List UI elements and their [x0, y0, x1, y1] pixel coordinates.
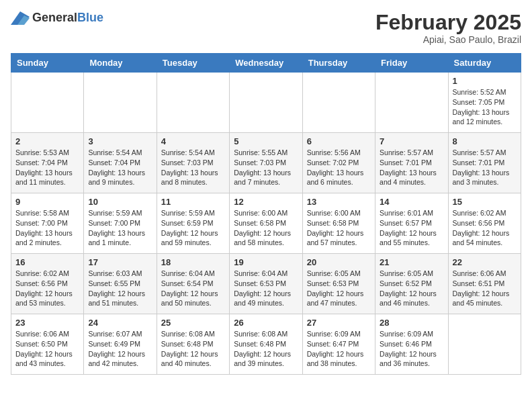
calendar-cell: 28Sunrise: 6:09 AM Sunset: 6:46 PM Dayli…: [375, 314, 448, 375]
day-info: Sunrise: 6:07 AM Sunset: 6:49 PM Dayligh…: [88, 329, 152, 369]
calendar-cell: 23Sunrise: 6:06 AM Sunset: 6:50 PM Dayli…: [11, 314, 84, 375]
day-number: 3: [88, 136, 152, 146]
day-number: 16: [15, 257, 79, 267]
calendar-cell: 6Sunrise: 5:56 AM Sunset: 7:02 PM Daylig…: [302, 133, 375, 193]
calendar-cell: 5Sunrise: 5:55 AM Sunset: 7:03 PM Daylig…: [230, 133, 302, 193]
weekday-header-monday: Monday: [84, 54, 157, 73]
day-info: Sunrise: 5:54 AM Sunset: 7:04 PM Dayligh…: [88, 148, 152, 187]
calendar-cell: 19Sunrise: 6:04 AM Sunset: 6:53 PM Dayli…: [230, 254, 302, 314]
day-info: Sunrise: 6:01 AM Sunset: 6:57 PM Dayligh…: [380, 208, 443, 248]
logo-general: General: [32, 11, 77, 24]
calendar-week-row: 23Sunrise: 6:06 AM Sunset: 6:50 PM Dayli…: [11, 314, 521, 375]
calendar-table: SundayMondayTuesdayWednesdayThursdayFrid…: [11, 53, 521, 375]
day-info: Sunrise: 6:03 AM Sunset: 6:55 PM Dayligh…: [88, 269, 152, 308]
calendar-cell: [230, 73, 302, 133]
calendar-cell: [84, 73, 157, 133]
day-info: Sunrise: 5:56 AM Sunset: 7:02 PM Dayligh…: [307, 148, 371, 187]
day-number: 21: [380, 257, 443, 267]
calendar-cell: 9Sunrise: 5:58 AM Sunset: 7:00 PM Daylig…: [11, 193, 84, 254]
calendar-cell: 10Sunrise: 5:59 AM Sunset: 7:00 PM Dayli…: [84, 193, 157, 254]
calendar-cell: 8Sunrise: 5:57 AM Sunset: 7:01 PM Daylig…: [448, 133, 521, 193]
day-number: 15: [453, 197, 517, 207]
day-info: Sunrise: 6:00 AM Sunset: 6:58 PM Dayligh…: [307, 208, 371, 248]
calendar-cell: [11, 73, 84, 133]
day-number: 22: [453, 257, 517, 267]
day-number: 17: [88, 257, 152, 267]
day-info: Sunrise: 5:57 AM Sunset: 7:01 PM Dayligh…: [380, 148, 443, 187]
day-number: 10: [88, 197, 152, 207]
day-number: 13: [307, 197, 371, 207]
calendar-cell: 17Sunrise: 6:03 AM Sunset: 6:55 PM Dayli…: [84, 254, 157, 314]
day-info: Sunrise: 5:59 AM Sunset: 7:00 PM Dayligh…: [88, 208, 152, 248]
day-number: 24: [88, 318, 152, 328]
weekday-header-thursday: Thursday: [302, 54, 375, 73]
page-header: GeneralBlue February 2025 Apiai, Sao Pau…: [11, 11, 521, 45]
day-number: 2: [15, 136, 79, 146]
day-info: Sunrise: 6:06 AM Sunset: 6:50 PM Dayligh…: [15, 329, 79, 369]
calendar-cell: [157, 73, 229, 133]
calendar-cell: 2Sunrise: 5:53 AM Sunset: 7:04 PM Daylig…: [11, 133, 84, 193]
day-info: Sunrise: 5:55 AM Sunset: 7:03 PM Dayligh…: [234, 148, 298, 187]
weekday-header-wednesday: Wednesday: [230, 54, 302, 73]
day-number: 25: [161, 318, 225, 328]
calendar-cell: 16Sunrise: 6:02 AM Sunset: 6:56 PM Dayli…: [11, 254, 84, 314]
calendar-cell: 27Sunrise: 6:09 AM Sunset: 6:47 PM Dayli…: [302, 314, 375, 375]
calendar-cell: 24Sunrise: 6:07 AM Sunset: 6:49 PM Dayli…: [84, 314, 157, 375]
calendar-week-row: 9Sunrise: 5:58 AM Sunset: 7:00 PM Daylig…: [11, 193, 521, 254]
calendar-week-row: 2Sunrise: 5:53 AM Sunset: 7:04 PM Daylig…: [11, 133, 521, 193]
day-number: 26: [234, 318, 298, 328]
location-subtitle: Apiai, Sao Paulo, Brazil: [375, 34, 521, 45]
calendar-cell: [448, 314, 521, 375]
day-info: Sunrise: 5:59 AM Sunset: 6:59 PM Dayligh…: [161, 208, 225, 248]
calendar-cell: 18Sunrise: 6:04 AM Sunset: 6:54 PM Dayli…: [157, 254, 229, 314]
calendar-cell: 26Sunrise: 6:08 AM Sunset: 6:48 PM Dayli…: [230, 314, 302, 375]
day-number: 14: [380, 197, 443, 207]
day-info: Sunrise: 6:02 AM Sunset: 6:56 PM Dayligh…: [15, 269, 79, 308]
day-info: Sunrise: 5:58 AM Sunset: 7:00 PM Dayligh…: [15, 208, 79, 248]
weekday-header-saturday: Saturday: [448, 54, 521, 73]
day-number: 5: [234, 136, 298, 146]
weekday-header-sunday: Sunday: [11, 54, 84, 73]
day-number: 11: [161, 197, 225, 207]
calendar-cell: 14Sunrise: 6:01 AM Sunset: 6:57 PM Dayli…: [375, 193, 448, 254]
calendar-cell: 4Sunrise: 5:54 AM Sunset: 7:03 PM Daylig…: [157, 133, 229, 193]
day-info: Sunrise: 6:05 AM Sunset: 6:52 PM Dayligh…: [380, 269, 443, 308]
day-info: Sunrise: 5:52 AM Sunset: 7:05 PM Dayligh…: [453, 87, 517, 127]
calendar-cell: [302, 73, 375, 133]
day-info: Sunrise: 5:57 AM Sunset: 7:01 PM Dayligh…: [453, 148, 517, 187]
day-info: Sunrise: 6:04 AM Sunset: 6:54 PM Dayligh…: [161, 269, 225, 308]
day-number: 28: [380, 318, 443, 328]
calendar-week-row: 1Sunrise: 5:52 AM Sunset: 7:05 PM Daylig…: [11, 73, 521, 133]
calendar-cell: [375, 73, 448, 133]
logo-icon: [11, 11, 30, 25]
day-info: Sunrise: 5:54 AM Sunset: 7:03 PM Dayligh…: [161, 148, 225, 187]
day-info: Sunrise: 6:08 AM Sunset: 6:48 PM Dayligh…: [161, 329, 225, 369]
weekday-header-friday: Friday: [375, 54, 448, 73]
day-info: Sunrise: 6:09 AM Sunset: 6:47 PM Dayligh…: [307, 329, 371, 369]
day-info: Sunrise: 6:08 AM Sunset: 6:48 PM Dayligh…: [234, 329, 298, 369]
day-number: 1: [453, 76, 517, 86]
day-number: 27: [307, 318, 371, 328]
calendar-cell: 15Sunrise: 6:02 AM Sunset: 6:56 PM Dayli…: [448, 193, 521, 254]
weekday-header-tuesday: Tuesday: [157, 54, 229, 73]
day-number: 6: [307, 136, 371, 146]
day-number: 12: [234, 197, 298, 207]
calendar-cell: 20Sunrise: 6:05 AM Sunset: 6:53 PM Dayli…: [302, 254, 375, 314]
logo: GeneralBlue: [11, 11, 103, 25]
calendar-cell: 7Sunrise: 5:57 AM Sunset: 7:01 PM Daylig…: [375, 133, 448, 193]
day-info: Sunrise: 6:06 AM Sunset: 6:51 PM Dayligh…: [453, 269, 517, 308]
calendar-week-row: 16Sunrise: 6:02 AM Sunset: 6:56 PM Dayli…: [11, 254, 521, 314]
calendar-cell: 21Sunrise: 6:05 AM Sunset: 6:52 PM Dayli…: [375, 254, 448, 314]
calendar-header-row: SundayMondayTuesdayWednesdayThursdayFrid…: [11, 54, 521, 73]
day-info: Sunrise: 6:09 AM Sunset: 6:46 PM Dayligh…: [380, 329, 443, 369]
logo-text: GeneralBlue: [32, 11, 103, 25]
calendar-cell: 3Sunrise: 5:54 AM Sunset: 7:04 PM Daylig…: [84, 133, 157, 193]
day-number: 4: [161, 136, 225, 146]
day-number: 18: [161, 257, 225, 267]
day-info: Sunrise: 6:04 AM Sunset: 6:53 PM Dayligh…: [234, 269, 298, 308]
day-number: 23: [15, 318, 79, 328]
day-info: Sunrise: 6:00 AM Sunset: 6:58 PM Dayligh…: [234, 208, 298, 248]
calendar-cell: 22Sunrise: 6:06 AM Sunset: 6:51 PM Dayli…: [448, 254, 521, 314]
month-year-title: February 2025: [375, 11, 521, 34]
day-number: 20: [307, 257, 371, 267]
